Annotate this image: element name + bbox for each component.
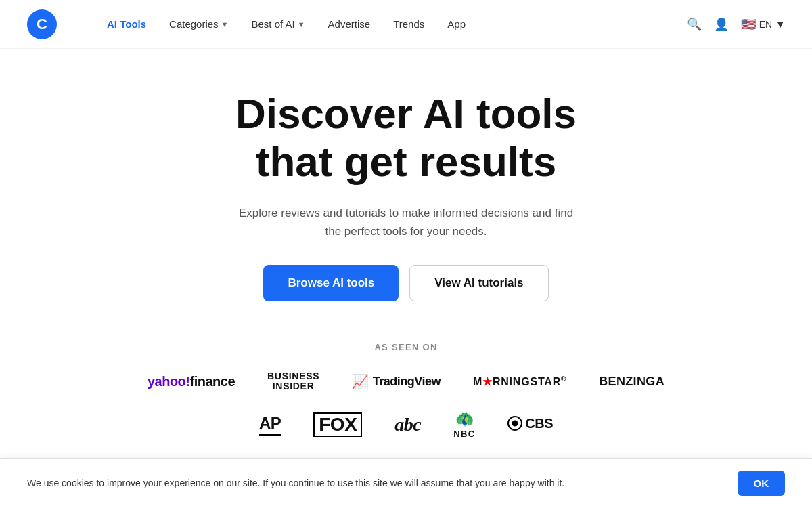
chevron-down-icon: ▼ [298, 20, 305, 28]
as-seen-on-label: AS SEEN ON [374, 342, 437, 352]
site-logo[interactable]: C [27, 9, 57, 39]
view-tutorials-button[interactable]: View AI tutorials [409, 265, 548, 301]
tradingview-logo: 📈TradingView [352, 373, 441, 389]
chevron-down-icon: ▼ [775, 19, 785, 30]
ap-logo: AP [259, 414, 281, 436]
yahoo-finance-logo: yahoo!finance [148, 374, 235, 389]
as-seen-on-section: AS SEEN ON yahoo!finance BUSINESSINSIDER… [120, 342, 692, 458]
morningstar-logo: M★RNINGSTAR® [473, 375, 566, 388]
benzinga-logo: BENZINGA [599, 375, 664, 389]
flag-icon: 🇺🇸 [741, 17, 756, 32]
logos-row-2: AP FOX abc 🦚 NBC CBS [148, 411, 664, 439]
hero-title: Discover AI tools that get results [235, 89, 577, 186]
cbs-logo: CBS [508, 416, 553, 435]
nav-advertise[interactable]: Advertise [319, 14, 380, 34]
nav-categories[interactable]: Categories ▼ [160, 14, 238, 34]
business-insider-logo: BUSINESSINSIDER [267, 371, 319, 392]
fox-logo: FOX [313, 412, 362, 437]
nav-best-of-ai[interactable]: Best of AI ▼ [242, 14, 315, 34]
nav-links: AI Tools Categories ▼ Best of AI ▼ Adver… [97, 14, 687, 34]
cookie-text: We use cookies to improve your experienc… [27, 476, 564, 490]
language-selector[interactable]: 🇺🇸 EN ▼ [741, 17, 785, 32]
nav-app[interactable]: App [438, 14, 475, 34]
search-icon[interactable]: 🔍 [687, 17, 702, 32]
navbar: C AI Tools Categories ▼ Best of AI ▼ Adv… [0, 0, 812, 49]
hero-subtitle: Explore reviews and tutorials to make in… [237, 204, 575, 240]
browse-ai-tools-button[interactable]: Browse AI tools [263, 265, 399, 301]
nbc-logo: 🦚 NBC [453, 411, 475, 439]
hero-buttons: Browse AI tools View AI tutorials [263, 265, 548, 301]
nav-ai-tools[interactable]: AI Tools [97, 14, 156, 34]
cookie-ok-button[interactable]: OK [738, 471, 786, 496]
hero-section: Discover AI tools that get results Explo… [0, 49, 812, 485]
user-icon[interactable]: 👤 [714, 17, 729, 32]
logos-row-1: yahoo!finance BUSINESSINSIDER 📈TradingVi… [148, 371, 664, 392]
chevron-down-icon: ▼ [221, 20, 229, 28]
nav-trends[interactable]: Trends [384, 14, 434, 34]
cookie-banner: We use cookies to improve your experienc… [0, 458, 812, 508]
nav-right: 🔍 👤 🇺🇸 EN ▼ [687, 17, 785, 32]
abc-logo: abc [394, 414, 421, 436]
